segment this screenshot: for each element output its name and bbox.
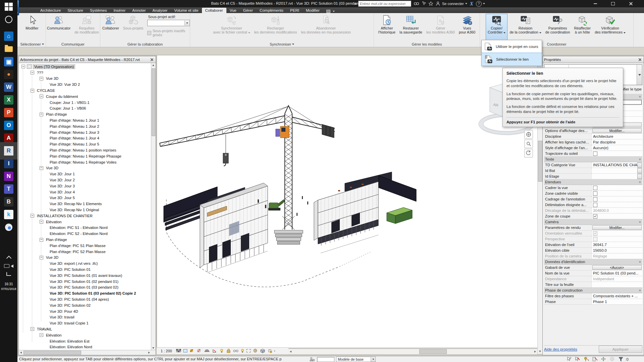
property-value[interactable] — [591, 174, 637, 179]
tree-item[interactable]: Plan d'étage — [19, 111, 151, 117]
tree-item[interactable]: Vue 3D: Jour 1 — [19, 171, 151, 177]
property-value[interactable]: Modifier... — [591, 128, 642, 133]
button-communicator[interactable]: Communicator — [45, 14, 72, 41]
browser-vertical-scrollbar[interactable] — [151, 63, 156, 350]
property-button[interactable]: Modifier... — [592, 225, 642, 230]
tree-collapse-icon[interactable] — [21, 65, 25, 68]
tree-item[interactable]: Vues (TD Organisation) — [19, 64, 151, 70]
property-section-Caméra[interactable]: Caméra« — [544, 219, 642, 225]
property-value[interactable]: 15650.0 — [591, 248, 642, 253]
project-browser-close-icon[interactable] — [150, 57, 154, 62]
property-value[interactable]: <Aucun> — [591, 265, 642, 270]
tab-insérer[interactable]: Insérer — [110, 8, 129, 13]
tree-item[interactable]: Plan d'étage: Niveau 1 position reprises — [19, 147, 151, 153]
tree-item[interactable]: CYCLAGE — [19, 87, 151, 94]
button-réaffecter-à-un-hôte[interactable]: Réaffecterà un hôte — [572, 14, 593, 41]
property-value[interactable] — [591, 214, 642, 219]
property-value[interactable] — [591, 185, 642, 190]
tree-item[interactable]: Elévation: PIC S1 - Elévation Nord — [19, 225, 151, 231]
tab-volume-et-site[interactable]: Volume et site — [171, 8, 202, 13]
tree-item[interactable]: Vue 3D: travail — [19, 314, 151, 320]
tree-item[interactable]: Coupe: Jour 1 - VB06 — [19, 106, 151, 112]
tree-item[interactable]: Coupe: Jour 1 - VB01-1 — [19, 100, 151, 106]
tree-item[interactable]: Vue 3D: PIC Solution 01 (04 apres) — [19, 296, 151, 302]
property-value[interactable]: Modifier... — [591, 225, 642, 230]
type-selector-caret-icon[interactable] — [637, 65, 642, 85]
taskbar-app-browser-orange[interactable]: ● — [4, 70, 13, 79]
tab-gérer[interactable]: Gérer — [240, 8, 256, 13]
button-collaborer[interactable]: Collaborer — [100, 14, 121, 41]
taskbar-app-k-app[interactable]: k — [4, 210, 13, 219]
taskbar-app-word[interactable]: W — [4, 82, 13, 92]
property-checkbox[interactable] — [593, 191, 597, 196]
tab-modifier[interactable]: Modifier — [303, 8, 323, 13]
tree-item[interactable]: Vue 3D: PIC Solution 02 — [19, 302, 151, 308]
tree-item[interactable]: Vue 3D: PIC Solution 01 (01 avant travau… — [19, 273, 151, 279]
close-button[interactable] — [626, 1, 636, 6]
tab-structure[interactable]: Structure — [64, 8, 87, 13]
taskbar-app-revit[interactable]: R — [4, 146, 13, 156]
property-value[interactable]: 304800.0 — [591, 208, 642, 213]
tree-collapse-icon[interactable] — [31, 71, 34, 74]
property-checkbox[interactable] — [593, 186, 597, 190]
tree-collapse-icon[interactable] — [40, 166, 43, 170]
tree-collapse-icon[interactable] — [40, 256, 43, 259]
property-checkbox[interactable] — [593, 203, 597, 207]
exchange-apps-icon[interactable]: X — [470, 1, 473, 7]
property-value[interactable]: PIC Solution 01 (03 pend... — [591, 270, 642, 276]
tree-item[interactable]: Plan d'étage: Niveau 1 Repérage Phasage — [19, 153, 151, 159]
property-value[interactable]: Aucun(e) — [591, 145, 642, 150]
search-icon[interactable] — [414, 1, 419, 6]
tab-vue[interactable]: Vue — [226, 8, 240, 13]
tree-item[interactable]: Plan d'étage: Niveau 1 Repérage Voiles — [19, 159, 151, 165]
tree-item[interactable]: Vue 3D: Jour 3 — [19, 183, 151, 189]
3d-model-view[interactable]: AR — [157, 55, 538, 348]
tab-compléments[interactable]: Compléments — [256, 8, 287, 13]
tab-collaborer[interactable]: Collaborer — [202, 8, 226, 13]
button-abandonner-les-données-en-ma-possession[interactable]: Abandonnerles données en ma possession — [299, 14, 353, 41]
tree-item[interactable]: Vue 3D: Jour 2 — [19, 177, 151, 183]
property-value[interactable]: Par discipline — [591, 139, 642, 145]
active-workset-combo[interactable]: Modèle de base — [336, 357, 376, 362]
tree-item[interactable]: Elévation: Elévation Nord — [19, 344, 151, 350]
property-button[interactable]: Modifier... — [592, 128, 642, 133]
tree-item[interactable]: Plan d'étage: Niveau 1 Jour 4 — [19, 135, 151, 141]
project-browser-header[interactable]: Arborescence du projet - Bats C4 et C5 -… — [19, 56, 156, 63]
tree-item[interactable]: Vue 3D: Vue 3D 2 — [19, 81, 151, 87]
button-vues-pour-a360[interactable]: Vuespour A360 — [457, 14, 477, 41]
tree-item[interactable]: Plan d'étage — [19, 237, 151, 243]
tree-item[interactable]: Vue 3D — [19, 255, 151, 261]
tab-systèmes[interactable]: Systèmes — [87, 8, 110, 13]
properties-close-icon[interactable] — [638, 57, 642, 62]
taskbar-app-onenote[interactable]: N — [4, 172, 13, 181]
property-section-Etendues[interactable]: Etendues« — [544, 179, 642, 185]
property-checkbox[interactable] — [593, 214, 597, 219]
active-workset-combo[interactable] — [147, 20, 190, 26]
tree-collapse-icon[interactable] — [40, 113, 43, 116]
user-icon[interactable] — [436, 1, 440, 6]
taskbar-app-chrome[interactable] — [4, 223, 13, 232]
properties-help-link[interactable]: Aide des propriétés — [544, 347, 577, 351]
property-button[interactable]: <Aucun> — [592, 265, 642, 270]
taskbar-app-file-explorer[interactable] — [4, 44, 13, 54]
tree-item[interactable]: Vue 3D: Recap Niv 1 Elements — [19, 201, 151, 207]
button-modifier[interactable]: Modifier — [23, 14, 40, 41]
property-checkbox[interactable] — [593, 231, 597, 236]
apply-button[interactable]: Appliquer — [599, 346, 642, 353]
taskbar-app-excel[interactable]: X — [4, 95, 13, 105]
tree-item[interactable]: Elévation: Elévation Est — [19, 338, 151, 344]
network-icon[interactable] — [0, 272, 17, 277]
taskbar-chevron-icon[interactable] — [0, 256, 17, 260]
tree-collapse-icon[interactable] — [40, 77, 43, 80]
tree-collapse-icon[interactable] — [40, 333, 43, 337]
button-recharger-les-dernières-modifications[interactable]: Rechargerles dernières modifications — [252, 14, 299, 41]
property-value[interactable] — [591, 231, 642, 236]
sign-in-caret-icon[interactable] — [465, 3, 467, 4]
property-value[interactable] — [591, 168, 637, 173]
button-requêtes-de-modification[interactable]: Requêtesde modification — [72, 14, 101, 41]
search-input[interactable] — [358, 1, 411, 7]
tree-collapse-icon[interactable] — [40, 238, 43, 242]
restore-button[interactable] — [608, 1, 618, 6]
property-value[interactable] — [591, 236, 642, 242]
help-icon[interactable]: ? — [476, 1, 482, 7]
